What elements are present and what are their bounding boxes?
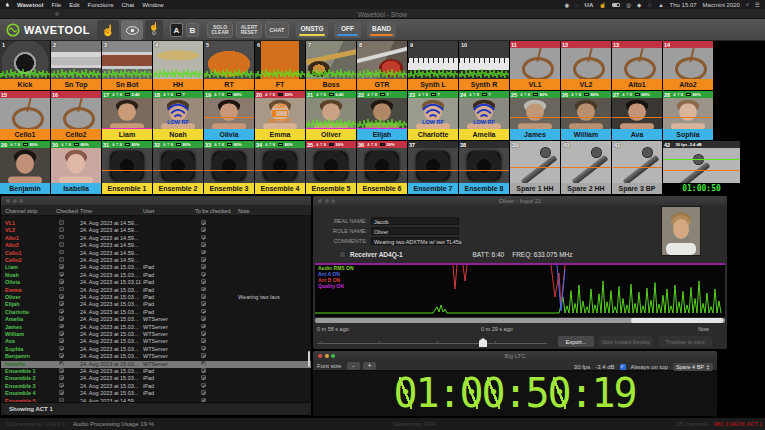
channel-strip-22[interactable]: 22A T B?Elijah: [357, 91, 407, 140]
field-comments[interactable]: Wearing two ADXTMs w/ two TL45s: [371, 237, 459, 246]
channel-strip-29[interactable]: 29A T B80%Benjamin: [0, 141, 50, 194]
hand-icon[interactable]: ☝: [599, 2, 606, 8]
checked-checkbox[interactable]: [59, 235, 64, 240]
checked-checkbox[interactable]: [59, 361, 64, 366]
channel-strip-40[interactable]: 40Spare 2 HH: [561, 141, 611, 194]
battery-icon[interactable]: [612, 3, 620, 7]
checked-checkbox[interactable]: [59, 250, 64, 255]
checked-checkbox[interactable]: [59, 301, 64, 306]
check-row-ensemble-2[interactable]: Ensemble 224. Aug 2023 at 15.03...iPad: [1, 375, 311, 382]
receiver-window-titlebar[interactable]: Oliver - Input 21: [313, 196, 727, 205]
to-be-checked-checkbox[interactable]: [201, 279, 206, 284]
to-be-checked-checkbox[interactable]: [201, 250, 206, 255]
check-row-cello1[interactable]: Cello124. Aug 2023 at 14.59...: [1, 250, 311, 257]
checked-checkbox[interactable]: [59, 294, 64, 299]
channel-strip-13[interactable]: 13Alto1: [612, 41, 662, 90]
menu-item-edit[interactable]: Edit: [69, 2, 79, 8]
check-row-liam[interactable]: Liam24. Aug 2023 at 15.03...iPad: [1, 264, 311, 271]
alert-reset-button[interactable]: ALERTRESET: [236, 22, 262, 38]
checked-checkbox[interactable]: [59, 331, 64, 336]
view-tab-band[interactable]: BAND: [367, 22, 396, 38]
channel-strip-9[interactable]: 9Synth L: [408, 41, 458, 90]
check-row-vl2[interactable]: VL224. Aug 2023 at 14.59...: [1, 227, 311, 234]
channel-strip-37[interactable]: 37Ensemble 7: [408, 141, 458, 194]
checked-checkbox[interactable]: [59, 227, 64, 232]
mic-check-window-titlebar[interactable]: [1, 196, 311, 205]
channel-strip-24[interactable]: 24A T B?LOW RFAmelia: [459, 91, 509, 140]
check-row-ensemble-3[interactable]: Ensemble 324. Aug 2023 at 15.03...iPad: [1, 383, 311, 390]
check-row-benjamin[interactable]: Benjamin24. Aug 2023 at 15.03...WTServer: [1, 353, 311, 360]
to-be-checked-checkbox[interactable]: [201, 375, 206, 380]
to-be-checked-checkbox[interactable]: [201, 235, 206, 240]
channel-strip-21[interactable]: 21A T B6:40Oliver: [306, 91, 356, 140]
display-icon[interactable]: ◌: [575, 2, 578, 8]
check-row-ensemble-1[interactable]: Ensemble 124. Aug 2023 at 15.03...iPad: [1, 368, 311, 375]
to-be-checked-checkbox[interactable]: [201, 257, 206, 262]
chat-button[interactable]: CHAT: [265, 22, 289, 38]
notification-icon[interactable]: ▲: [658, 2, 663, 8]
layout-b-button[interactable]: B: [186, 23, 199, 37]
checked-checkbox[interactable]: [59, 242, 64, 247]
main-window-titlebar[interactable]: Wavetool - Show: [0, 9, 765, 19]
to-be-checked-checkbox[interactable]: [201, 294, 206, 299]
view-tab-off[interactable]: OFF: [334, 22, 361, 38]
rf-audio-history-chart[interactable]: Audio RMS ONAnt A ONAnt B ONQuality ON: [315, 263, 725, 317]
channel-strip-20[interactable]: 20A T B20%LOWBATTERYEmma: [255, 91, 305, 140]
mixer-mode-button[interactable]: ☝: [97, 20, 119, 40]
ltc-source-dropdown[interactable]: Spare 4 BP▲▼: [673, 363, 713, 371]
minimize-button[interactable]: [13, 199, 17, 203]
settings-mode-button[interactable]: ☝⚙: [145, 20, 163, 40]
input-source[interactable]: UA: [585, 2, 594, 8]
channel-strip-1[interactable]: 1Kick: [0, 41, 50, 90]
checked-checkbox[interactable]: [59, 264, 64, 269]
checked-checkbox[interactable]: [59, 346, 64, 351]
channel-strip-18[interactable]: 18A T B?LOW RFNoah: [153, 91, 203, 140]
to-be-checked-checkbox[interactable]: [201, 398, 206, 402]
checked-checkbox[interactable]: [59, 309, 64, 314]
channel-strip-42[interactable]: 4230 fps -3.4 dB01:00:50: [663, 141, 740, 194]
dropbox-icon[interactable]: ◆: [637, 2, 641, 8]
channel-strip-6[interactable]: 6FT: [255, 41, 305, 90]
check-row-ava[interactable]: Ava24. Aug 2023 at 15.03...WTServer: [1, 338, 311, 345]
channel-strip-26[interactable]: 26A T B80%William: [561, 91, 611, 140]
export-button[interactable]: Export...: [558, 336, 594, 347]
channel-strip-16[interactable]: 16Cello2: [51, 91, 101, 140]
to-be-checked-checkbox[interactable]: [201, 324, 206, 329]
to-be-checked-checkbox[interactable]: [201, 316, 206, 321]
to-be-checked-checkbox[interactable]: [201, 361, 206, 366]
check-row-cello2[interactable]: Cello224. Aug 2023 at 14.59...: [1, 257, 311, 264]
channel-strip-28[interactable]: 28A T B80%Sophia: [663, 91, 713, 140]
font-size-increase-button[interactable]: +: [363, 362, 376, 370]
channel-strip-25[interactable]: 25A T B80%James: [510, 91, 560, 140]
check-row-emma[interactable]: Emma24. Aug 2023 at 15.03...iPad: [1, 287, 311, 294]
channel-strip-36[interactable]: 36A T B20%Ensemble 6: [357, 141, 407, 194]
channel-strip-3[interactable]: 3Sn Bot: [102, 41, 152, 90]
check-row-elijah[interactable]: Elijah24. Aug 2023 at 15.03...iPad: [1, 301, 311, 308]
channel-strip-23[interactable]: 23A T B?LOW RFCharlotte: [408, 91, 458, 140]
solo-clear-button[interactable]: SOLOCLEAR: [207, 22, 233, 38]
checked-checkbox[interactable]: [59, 324, 64, 329]
menu-clock[interactable]: Thu 15.07: [670, 2, 697, 8]
channel-strip-41[interactable]: 41Spare 3 BP: [612, 141, 662, 194]
layout-a-button[interactable]: A: [170, 23, 183, 37]
checked-checkbox[interactable]: [59, 287, 64, 292]
checked-checkbox[interactable]: [59, 383, 64, 388]
checked-checkbox[interactable]: [59, 353, 64, 358]
timeline-to-zero-button[interactable]: Timeline to zero: [658, 336, 712, 347]
check-row-charlotte[interactable]: Charlotte24. Aug 2023 at 15.03...iPad: [1, 309, 311, 316]
channel-strip-35[interactable]: 35A T B20%Ensemble 5: [306, 141, 356, 194]
channel-strip-27[interactable]: 27A T B80%Ava: [612, 91, 662, 140]
to-be-checked-checkbox[interactable]: [201, 353, 206, 358]
to-be-checked-checkbox[interactable]: [201, 309, 206, 314]
check-row-amelia[interactable]: Amelia24. Aug 2023 at 15.03...WTServer: [1, 316, 311, 323]
check-row-noah[interactable]: Noah24. Aug 2023 at 15.03...iPad: [1, 272, 311, 279]
checked-checkbox[interactable]: [59, 375, 64, 380]
checked-checkbox[interactable]: [59, 257, 64, 262]
screen-record-icon[interactable]: ◉: [565, 2, 570, 8]
channel-strip-34[interactable]: 34A T B80%Ensemble 4: [255, 141, 305, 194]
checked-checkbox[interactable]: [59, 368, 64, 373]
channel-strip-33[interactable]: 33A T B80%Ensemble 3: [204, 141, 254, 194]
channel-strip-32[interactable]: 32A T B80%Ensemble 2: [153, 141, 203, 194]
field-rolename[interactable]: Oliver: [371, 227, 459, 236]
channel-strip-15[interactable]: 15Cello1: [0, 91, 50, 140]
